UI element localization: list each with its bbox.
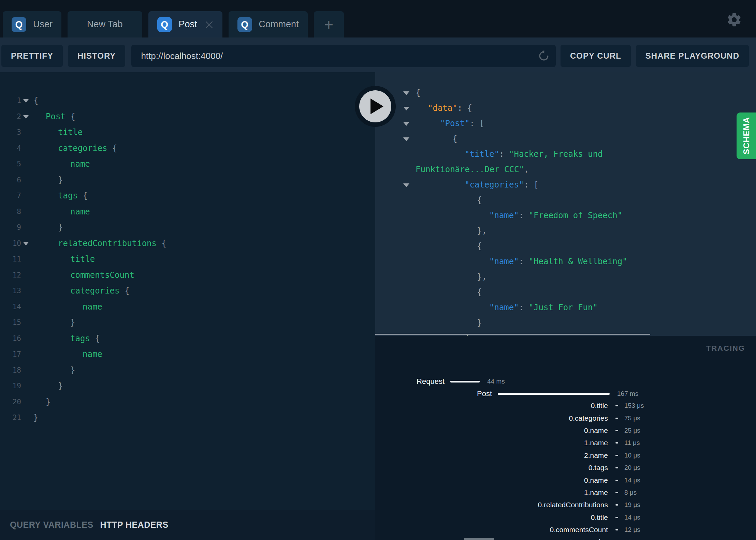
response-line: } [375, 315, 756, 331]
query-variables-tab[interactable]: QUERY VARIABLES [10, 520, 93, 530]
response-code: "Post": [ [375, 116, 756, 131]
trace-resolver-dash [615, 430, 618, 431]
fold-arrow-icon[interactable] [23, 99, 29, 103]
editor-code: } [0, 394, 375, 410]
fold-arrow-icon[interactable] [23, 115, 29, 119]
response-line: { [375, 85, 756, 101]
trace-resolver-row: 0.categories75 μs [375, 412, 756, 424]
response-code: { [375, 85, 756, 101]
trace-resolver-row: 0.commentsCount12 μs [375, 524, 756, 536]
editor-code: name [0, 204, 375, 220]
trace-resolver-row: 0.tags20 μs [375, 462, 756, 474]
editor-line: 21} [0, 410, 375, 426]
line-number: 15 [0, 315, 21, 331]
collapse-arrow-icon[interactable] [403, 122, 409, 126]
response-pane: {"data": {"Post": [{"title": "Hacker, Fr… [375, 72, 756, 336]
play-icon [370, 99, 383, 114]
tab-new-tab[interactable]: New Tab [68, 11, 142, 38]
collapse-arrow-icon[interactable] [403, 107, 409, 110]
collapse-arrow-icon[interactable] [403, 137, 409, 141]
close-icon[interactable] [205, 20, 214, 29]
line-number: 9 [0, 220, 21, 236]
response-line: { [375, 193, 756, 208]
trace-resolver-label: 2.name [375, 451, 608, 460]
tab-user[interactable]: QUser [3, 11, 61, 38]
trace-resolver-row: 0.title14 μs [375, 511, 756, 524]
response-line: "Post": [ [375, 116, 756, 131]
trace-resolvers: 0.title153 μs0.categories75 μs0.name25 μ… [375, 400, 756, 540]
trace-resolver-row: 1.name8 μs [375, 486, 756, 499]
tab-comment[interactable]: QComment [229, 11, 308, 38]
line-number: 8 [0, 204, 21, 220]
trace-resolver-dash [615, 405, 618, 406]
gear-icon[interactable] [726, 12, 742, 28]
editor-line: 10relatedContributions { [0, 236, 375, 252]
editor-line: 8name [0, 204, 375, 220]
editor-code: tags { [0, 331, 375, 347]
collapse-arrow-icon[interactable] [403, 91, 409, 95]
prettify-button[interactable]: PRETTIFY [1, 45, 63, 67]
editor-line: 2Post { [0, 109, 375, 125]
editor-code: commentsCount [0, 267, 375, 283]
tab-label: Post [179, 19, 197, 30]
line-number: 14 [0, 299, 21, 315]
editor-line: 14name [0, 299, 375, 315]
add-tab-button[interactable]: + [314, 11, 344, 38]
trace-resolver-label: 0.categories [375, 414, 608, 422]
schema-tab[interactable]: SCHEMA [737, 112, 756, 159]
trace-span-post: Post167 ms [375, 388, 756, 400]
execute-query-button[interactable] [355, 86, 396, 127]
trace-resolver-label: 0.commentsCount [375, 526, 608, 534]
response-code: }, [375, 223, 756, 239]
tracing-panel: TRACING Request44 msPost167 ms 0.title15… [375, 336, 756, 540]
bottom-tab-bar: QUERY VARIABLES HTTP HEADERS [0, 510, 375, 540]
trace-resolver-label: 0.relatedContributions [375, 501, 608, 509]
response-line: }, [375, 223, 756, 239]
trace-resolver-duration: 14 μs [624, 477, 640, 484]
trace-resolver-duration: 153 μs [624, 402, 644, 409]
query-badge: Q [12, 17, 26, 32]
trace-resolver-label: 0.title [375, 513, 608, 522]
trace-resolver-duration: 75 μs [624, 415, 640, 422]
response-line: { [375, 239, 756, 254]
http-headers-tab[interactable]: HTTP HEADERS [100, 520, 169, 530]
trace-resolver-label: 0.name [375, 476, 608, 484]
endpoint-url-input[interactable] [131, 51, 556, 61]
schema-tab-label: SCHEMA [742, 117, 751, 154]
share-playground-button[interactable]: SHARE PLAYGROUND [636, 45, 749, 67]
trace-spans: Request44 msPost167 ms [375, 375, 756, 400]
response-horizontal-scrollbar[interactable] [375, 334, 650, 335]
tab-post[interactable]: QPost [148, 11, 222, 38]
response-line: "categories": [ [375, 177, 756, 193]
trace-resolver-dash [615, 492, 618, 493]
trace-resolver-row: 0.title153 μs [375, 400, 756, 412]
line-number: 1 [0, 93, 21, 109]
trace-resolver-row: 1.name11 μs [375, 437, 756, 449]
trace-resolver-duration: 10 μs [624, 452, 640, 459]
trace-resolver-label: 0.tags [375, 464, 608, 472]
collapse-arrow-icon[interactable] [403, 183, 409, 187]
tracing-title: TRACING [706, 344, 745, 353]
line-number: 19 [0, 378, 21, 394]
fold-arrow-icon[interactable] [23, 242, 29, 245]
editor-line: 5name [0, 156, 375, 172]
tab-bar: QUserNew TabQPostQComment + [0, 0, 756, 38]
editor-code: tags { [0, 188, 375, 204]
trace-resolver-duration: 20 μs [624, 464, 640, 471]
response-code: { [375, 193, 756, 208]
history-button[interactable]: HISTORY [68, 45, 125, 67]
editor-line: 12commentsCount [0, 267, 375, 283]
copy-curl-button[interactable]: COPY CURL [561, 45, 631, 67]
editor-line: 4categories { [0, 140, 375, 156]
query-editor[interactable]: 1{2Post {3title4categories {5name6}7tags… [0, 72, 375, 510]
response-line: Funktionäre...Der CCC", [375, 162, 756, 177]
tab-label: New Tab [87, 19, 123, 30]
toolbar: PRETTIFY HISTORY COPY CURL SHARE PLAYGRO… [0, 38, 756, 72]
editor-line: 15} [0, 315, 375, 331]
trace-span-duration: 167 ms [617, 390, 638, 397]
line-number: 21 [0, 410, 21, 426]
reload-icon[interactable] [537, 49, 550, 62]
tracing-scrollbar-thumb[interactable] [464, 538, 494, 540]
editor-code: name [0, 299, 375, 315]
trace-span-bar [498, 393, 610, 395]
